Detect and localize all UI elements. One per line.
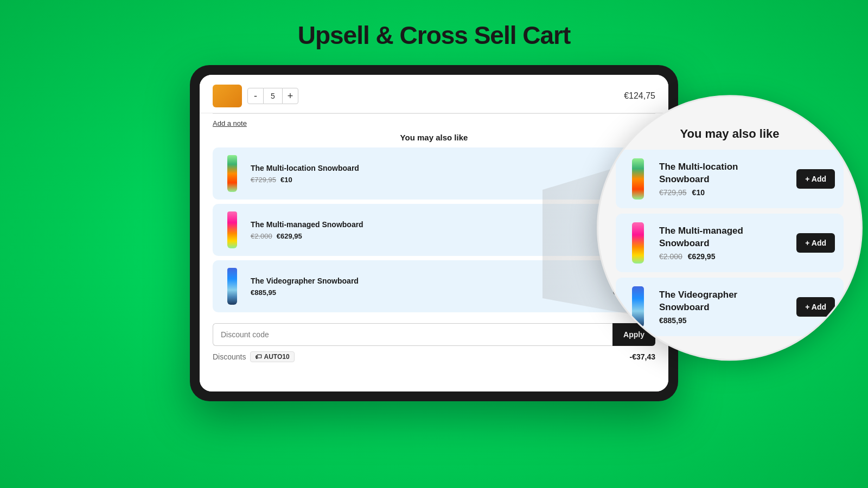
- product-card-1: The Multi-location Snowboard €729,95 €10…: [213, 147, 655, 200]
- product-name-1: The Multi-location Snowboard: [251, 163, 607, 173]
- snowboard-graphic-1: [227, 155, 237, 192]
- magnified-product-image-2: [624, 221, 652, 265]
- magnified-price-orig-2: €2.000: [659, 252, 682, 261]
- quantity-controls: - 5 +: [247, 88, 298, 104]
- magnified-snowboard-1: [632, 158, 644, 200]
- page-title: Upsell & Cross Sell Cart: [298, 21, 571, 50]
- magnified-product-image-3: [624, 285, 652, 329]
- magnified-add-button-3[interactable]: + Add: [796, 297, 835, 317]
- product-info-3: The Videographer Snowboard €885,95: [251, 276, 607, 296]
- price-sale-1: €10: [280, 176, 292, 184]
- product-name-3: The Videographer Snowboard: [251, 276, 607, 286]
- quantity-increase-button[interactable]: +: [282, 88, 298, 104]
- quantity-decrease-button[interactable]: -: [247, 88, 264, 104]
- price-sale-2: €629,95: [277, 232, 302, 240]
- magnified-snowboard-2: [632, 222, 644, 264]
- magnified-card-2: The Multi-managed Snowboard €2.000 €629,…: [616, 214, 844, 272]
- magnified-title: You may also like: [616, 127, 844, 141]
- add-note-link[interactable]: Add a note: [200, 114, 668, 133]
- magnified-name-2: The Multi-managed Snowboard: [659, 225, 789, 249]
- magnified-card-3: The Videographer Snowboard €885,95 + Add: [616, 278, 844, 336]
- magnified-add-button-1[interactable]: + Add: [796, 169, 835, 189]
- magnified-info-3: The Videographer Snowboard €885,95: [659, 289, 789, 324]
- tablet-wrapper: - 5 + €124,75 Add a note You may also li…: [190, 65, 678, 401]
- discount-code-input[interactable]: [213, 323, 612, 346]
- product-info-1: The Multi-location Snowboard €729,95 €10: [251, 163, 607, 183]
- magnified-price-sale-2: €629,95: [688, 252, 716, 261]
- price-original-2: €2.000: [251, 232, 272, 240]
- magnified-prices-3: €885,95: [659, 316, 789, 325]
- product-card-2: The Multi-managed Snowboard €2.000 €629,…: [213, 204, 655, 256]
- product-image-1: [220, 154, 244, 193]
- discount-code-value: AUTO10: [264, 353, 289, 361]
- item-price: €124,75: [624, 91, 655, 101]
- discount-amount: -€37,43: [630, 352, 655, 361]
- magnified-name-3: The Videographer Snowboard: [659, 289, 789, 313]
- tag-icon: 🏷: [255, 353, 261, 361]
- magnified-add-button-2[interactable]: + Add: [796, 233, 835, 253]
- price-sale-3: €885,95: [251, 288, 276, 297]
- discounts-label: Discounts: [213, 352, 246, 361]
- magnified-prices-1: €729,95 €10: [659, 188, 789, 197]
- product-prices-1: €729,95 €10: [251, 176, 607, 184]
- snowboard-graphic-3: [227, 268, 237, 305]
- product-prices-3: €885,95: [251, 288, 607, 297]
- magnified-prices-2: €2.000 €629,95: [659, 252, 789, 261]
- price-original-1: €729,95: [251, 176, 276, 184]
- magnified-overlay: You may also like The Multi-location Sno…: [597, 95, 863, 361]
- snowboard-graphic-2: [227, 211, 237, 248]
- magnified-content: You may also like The Multi-location Sno…: [616, 127, 844, 342]
- magnified-info-1: The Multi-location Snowboard €729,95 €10: [659, 161, 789, 196]
- upsell-title: You may also like: [213, 133, 655, 142]
- magnified-price-sale-1: €10: [692, 188, 705, 197]
- product-info-2: The Multi-managed Snowboard €2.000 €629,…: [251, 220, 607, 240]
- discounts-row: Discounts 🏷 AUTO10 -€37,43: [200, 346, 668, 362]
- product-name-2: The Multi-managed Snowboard: [251, 220, 607, 229]
- product-prices-2: €2.000 €629,95: [251, 232, 607, 240]
- discount-tag: 🏷 AUTO10: [250, 351, 294, 362]
- magnified-price-orig-1: €729,95: [659, 188, 687, 197]
- magnified-card-1: The Multi-location Snowboard €729,95 €10…: [616, 150, 844, 208]
- discount-section: Apply: [200, 317, 668, 346]
- magnified-snowboard-3: [632, 286, 644, 328]
- product-card-3: The Videographer Snowboard €885,95 + Add: [213, 260, 655, 312]
- product-thumbnail: [213, 85, 242, 107]
- quantity-row: - 5 + €124,75: [200, 75, 668, 113]
- magnified-name-1: The Multi-location Snowboard: [659, 161, 789, 185]
- quantity-value: 5: [264, 88, 282, 104]
- product-image-3: [220, 267, 244, 306]
- magnified-product-image-1: [624, 157, 652, 201]
- magnified-price-sale-3: €885,95: [659, 316, 687, 325]
- product-image-2: [220, 210, 244, 249]
- magnified-info-2: The Multi-managed Snowboard €2.000 €629,…: [659, 225, 789, 260]
